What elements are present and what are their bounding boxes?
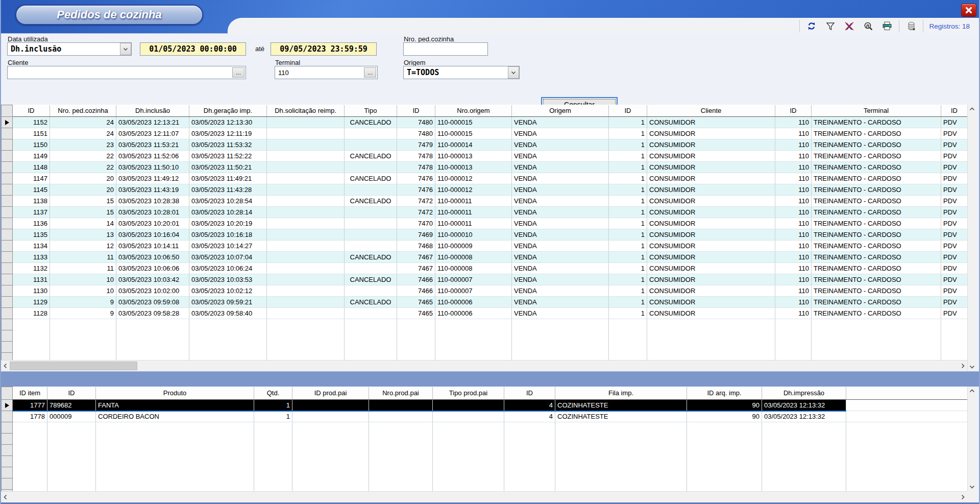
items-grid-vscrollbar[interactable] (967, 387, 976, 491)
scroll-up-icon[interactable] (968, 105, 976, 113)
column-header[interactable]: ID item (13, 387, 47, 400)
clear-filter-button[interactable] (842, 19, 856, 33)
table-row[interactable]: 11502303/05/2023 11:53:2103/05/2023 11:5… (2, 139, 968, 151)
table-row[interactable]: 11311003/05/2023 10:03:4203/05/2023 10:0… (2, 274, 968, 285)
table-cell (267, 139, 345, 151)
column-header[interactable]: Dh.inclusão (116, 105, 189, 117)
close-button[interactable] (961, 4, 976, 17)
table-row[interactable]: 11301003/05/2023 10:02:0003/05/2023 10:0… (2, 285, 968, 297)
column-header[interactable]: Nro. ped.cozinha (50, 105, 116, 117)
table-row[interactable]: 11472003/05/2023 11:49:1203/05/2023 11:4… (2, 173, 968, 184)
column-header[interactable]: Dh.solicitação reimp. (267, 105, 345, 117)
terminal-browse-button[interactable]: ... (364, 67, 376, 78)
table-row[interactable]: 11351303/05/2023 10:16:0403/05/2023 10:1… (2, 229, 968, 241)
table-row[interactable]: 11371503/05/2023 10:28:0103/05/2023 10:2… (2, 207, 968, 218)
origem-combobox[interactable]: T=TODOS (403, 66, 520, 79)
column-header[interactable]: Dh.impressão (762, 387, 846, 400)
data-utilizada-combobox[interactable]: Dh.inclusão (7, 42, 132, 56)
orders-grid-hscrollbar[interactable] (1, 360, 967, 371)
grid-splitter[interactable] (0, 371, 980, 387)
column-header[interactable]: ID (13, 105, 50, 117)
empty-cell (369, 467, 433, 478)
terminal-input[interactable] (275, 66, 378, 79)
table-row[interactable]: 11381503/05/2023 10:28:3803/05/2023 10:2… (2, 196, 968, 207)
table-row[interactable]: 11361403/05/2023 10:20:0103/05/2023 10:2… (2, 218, 968, 229)
chevron-down-icon[interactable] (120, 43, 131, 55)
orders-grid-vscrollbar[interactable] (967, 105, 976, 371)
column-header[interactable]: Nro.origem (435, 105, 512, 117)
table-row[interactable]: 1128903/05/2023 09:58:2803/05/2023 09:58… (2, 308, 968, 319)
table-row[interactable]: 11492203/05/2023 11:52:0603/05/2023 11:5… (2, 151, 968, 162)
table-row[interactable]: 11522403/05/2023 12:13:2103/05/2023 12:1… (2, 117, 968, 128)
hscroll-thumb[interactable] (10, 362, 137, 370)
column-header[interactable]: Fila imp. (555, 387, 687, 400)
empty-cell (812, 353, 941, 361)
table-cell: VENDA (512, 207, 609, 218)
empty-cell (435, 353, 512, 361)
column-header[interactable]: Dh.geração imp. (189, 105, 267, 117)
column-header[interactable]: ID (609, 105, 647, 117)
toolbar-separator (799, 20, 800, 32)
empty-cell (292, 422, 369, 434)
empty-cell (775, 319, 812, 330)
column-header[interactable]: Tipo (345, 105, 397, 117)
scroll-up-icon[interactable] (968, 387, 976, 395)
column-header[interactable]: ID (504, 387, 555, 400)
column-header[interactable]: ID (775, 105, 812, 117)
date-from-field[interactable]: 01/05/2023 00:00:00 (140, 42, 246, 56)
cliente-input[interactable] (7, 66, 246, 79)
scroll-right-icon[interactable] (959, 493, 967, 501)
empty-cell (762, 467, 846, 478)
print-button[interactable] (880, 19, 894, 33)
items-grid-hscrollbar[interactable] (1, 491, 967, 502)
column-header[interactable]: Nro.prod.pai (369, 387, 433, 400)
cliente-browse-button[interactable]: ... (232, 67, 244, 78)
column-header[interactable]: Origem (512, 105, 609, 117)
column-header[interactable]: Produto (96, 387, 254, 400)
database-icon (907, 21, 916, 31)
scroll-down-icon[interactable] (968, 363, 976, 371)
table-cell: 03/05/2023 11:49:21 (189, 173, 267, 184)
nro-ped-cozinha-input[interactable] (403, 42, 488, 56)
empty-cell (13, 478, 47, 490)
table-cell: 03/05/2023 10:28:38 (116, 196, 189, 207)
column-header[interactable]: Terminal (812, 105, 941, 117)
scroll-down-icon[interactable] (968, 483, 976, 491)
table-row[interactable]: 11452003/05/2023 11:43:1903/05/2023 11:4… (2, 184, 968, 196)
column-header[interactable]: ID (397, 105, 435, 117)
table-row[interactable]: 11482203/05/2023 11:50:1003/05/2023 11:5… (2, 162, 968, 173)
scroll-left-icon[interactable] (1, 493, 10, 501)
column-header[interactable]: ID prod.pai (292, 387, 369, 400)
empty-cell (687, 478, 762, 490)
table-row[interactable]: 1777789682FANTA14COZINHATESTE9003/05/202… (2, 400, 968, 411)
filter-button[interactable] (823, 19, 838, 33)
table-row[interactable]: 11512403/05/2023 12:11:0703/05/2023 12:1… (2, 128, 968, 139)
scroll-left-icon[interactable] (1, 362, 10, 370)
table-row[interactable]: 1778000009CORDEIRO BACON14COZINHATESTE90… (2, 411, 968, 422)
empty-cell (13, 353, 50, 361)
table-row[interactable]: 11331103/05/2023 10:06:5003/05/2023 10:0… (2, 252, 968, 263)
column-header[interactable]: ID arq. imp. (687, 387, 762, 400)
chevron-down-icon[interactable] (508, 66, 519, 79)
table-cell (345, 229, 397, 241)
database-button[interactable] (904, 19, 918, 33)
table-cell: CONSUMIDOR (647, 308, 775, 319)
refresh-button[interactable] (804, 19, 819, 33)
column-header[interactable]: Qtd. (254, 387, 292, 400)
column-header[interactable]: ID (941, 105, 968, 117)
table-cell: 110 (775, 173, 812, 184)
table-cell: 03/05/2023 11:43:28 (189, 184, 267, 196)
empty-cell (267, 342, 345, 353)
search-number-button[interactable]: n (861, 19, 875, 33)
table-row[interactable]: 11341203/05/2023 10:14:1103/05/2023 10:1… (2, 241, 968, 252)
column-header[interactable]: Cliente (647, 105, 775, 117)
terminal-label: Terminal (275, 59, 300, 66)
empty-cell (775, 353, 812, 361)
table-row[interactable]: 11321103/05/2023 10:06:0603/05/2023 10:0… (2, 263, 968, 274)
column-header[interactable] (846, 387, 968, 400)
date-to-field[interactable]: 09/05/2023 23:59:59 (271, 42, 377, 56)
column-header[interactable]: ID (47, 387, 96, 400)
scroll-right-icon[interactable] (959, 362, 967, 370)
column-header[interactable]: Tipo prod.pai (433, 387, 504, 400)
table-row[interactable]: 1129903/05/2023 09:59:0803/05/2023 09:59… (2, 297, 968, 308)
